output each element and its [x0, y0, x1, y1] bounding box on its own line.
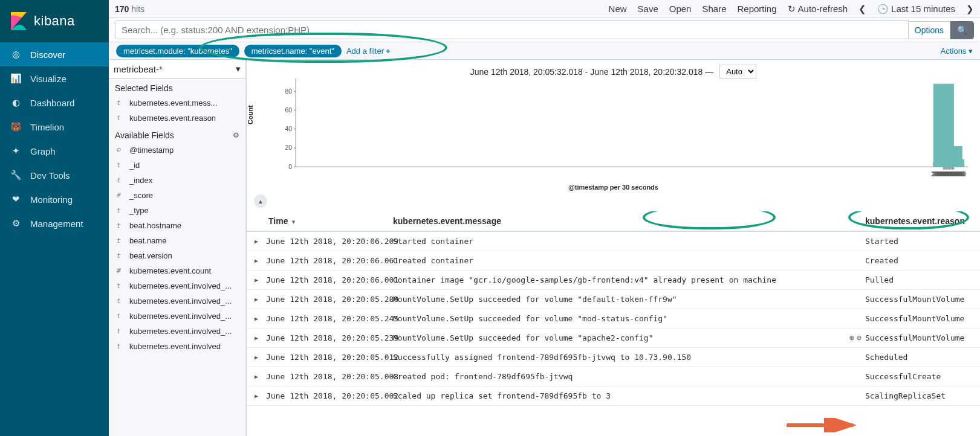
cell-reason: Started: [865, 237, 980, 246]
table-row[interactable]: ▶June 12th 2018, 20:20:05.012Successfull…: [247, 348, 980, 367]
svg-text:20: 20: [285, 144, 292, 151]
time-prev-button[interactable]: ❮: [858, 4, 866, 14]
open-button[interactable]: Open: [669, 4, 692, 14]
barchart-icon: 📊: [10, 72, 22, 85]
cell-message: Created container: [393, 256, 865, 265]
cell-message: MountVolume.SetUp succeeded for volume "…: [393, 333, 849, 342]
table-row[interactable]: ▶June 12th 2018, 20:20:05.239MountVolume…: [247, 329, 980, 348]
sidebar-item-management[interactable]: ⚙Management: [0, 211, 109, 236]
col-header-reason[interactable]: kubernetes.event.reason: [865, 216, 980, 226]
field-type-icon: t: [116, 282, 125, 290]
expand-row-button[interactable]: ▶: [247, 315, 266, 322]
index-pattern-select[interactable]: metricbeat-* ▾: [109, 60, 245, 79]
expand-row-button[interactable]: ▶: [247, 393, 266, 399]
field-item[interactable]: #_score: [109, 188, 245, 203]
field-item[interactable]: tkubernetes.event.involved_...: [109, 309, 245, 324]
reporting-button[interactable]: Reporting: [738, 4, 777, 14]
sidebar-item-visualize[interactable]: 📊Visualize: [0, 66, 109, 91]
new-button[interactable]: New: [609, 4, 627, 14]
field-item[interactable]: ©@timestamp: [109, 143, 245, 158]
expand-row-button[interactable]: ▶: [247, 335, 266, 341]
search-button[interactable]: 🔍: [950, 21, 974, 39]
sidebar-item-discover[interactable]: ◎Discover: [0, 42, 109, 66]
brand[interactable]: kibana: [0, 0, 109, 42]
table-row[interactable]: ▶June 12th 2018, 20:20:06.209Started con…: [247, 232, 980, 251]
gear-icon[interactable]: ⚙: [233, 131, 239, 139]
expand-row-button[interactable]: ▶: [247, 296, 266, 303]
expand-row-button[interactable]: ▶: [247, 277, 266, 283]
table-row[interactable]: ▶June 12th 2018, 20:20:05.245MountVolume…: [247, 309, 980, 329]
cell-time: June 12th 2018, 20:20:05.280: [266, 295, 393, 304]
nav-label: Management: [30, 219, 83, 229]
svg-rect-51: [944, 159, 964, 167]
field-item[interactable]: tkubernetes.event.involved_...: [109, 293, 245, 309]
expand-row-button[interactable]: ▶: [247, 257, 266, 264]
field-item[interactable]: tbeat.hostname: [109, 218, 245, 233]
zoom-out-icon[interactable]: ⊖: [857, 333, 862, 342]
cell-reason: SuccessfulCreate: [865, 372, 980, 381]
search-input[interactable]: [115, 21, 909, 39]
histogram-chart[interactable]: Count 02040608020:06:0020:07:0020:08:002…: [247, 79, 980, 187]
sidebar-item-dev-tools[interactable]: 🔧Dev Tools: [0, 163, 109, 187]
field-type-icon: t: [116, 161, 125, 169]
sidebar-item-timelion[interactable]: 🐻Timelion: [0, 115, 109, 139]
col-header-message[interactable]: kubernetes.event.message: [393, 216, 865, 226]
field-type-icon: t: [116, 237, 125, 245]
field-name: kubernetes.event.involved_...: [129, 327, 232, 336]
table-row[interactable]: ▶June 12th 2018, 20:20:06.001Container i…: [247, 271, 980, 290]
row-actions[interactable]: ⊕ ⊖: [849, 333, 862, 342]
sidebar-item-dashboard[interactable]: ◐Dashboard: [0, 91, 109, 115]
compass-icon: ◎: [10, 48, 22, 60]
filter-pill[interactable]: metricset.name: "event": [244, 45, 342, 57]
nav-label: Monitoring: [30, 194, 73, 205]
table-row[interactable]: ▶June 12th 2018, 20:20:05.280MountVolume…: [247, 290, 980, 309]
kibana-logo-icon: [10, 11, 28, 31]
add-filter-button[interactable]: Add a filter +: [346, 46, 391, 56]
field-item[interactable]: t_index: [109, 173, 245, 188]
zoom-in-icon[interactable]: ⊕: [849, 333, 854, 342]
field-item[interactable]: tkubernetes.event.involved_...: [109, 324, 245, 339]
index-pattern-label: metricbeat-*: [114, 64, 163, 74]
field-name: kubernetes.event.involved_...: [129, 281, 232, 290]
field-item[interactable]: tkubernetes.event.involved: [109, 339, 245, 354]
clock-icon: 🕒: [877, 4, 889, 14]
cell-time: June 12th 2018, 20:20:05.245: [266, 314, 393, 323]
sidebar-item-graph[interactable]: ✦Graph: [0, 139, 109, 163]
time-next-button[interactable]: ❯: [966, 4, 974, 14]
table-row[interactable]: ▶June 12th 2018, 20:20:05.002Scaled up r…: [247, 386, 980, 406]
options-button[interactable]: Options: [909, 21, 950, 39]
save-button[interactable]: Save: [638, 4, 658, 14]
cell-message: MountVolume.SetUp succeeded for volume "…: [393, 295, 865, 304]
field-item[interactable]: tkubernetes.event.involved_...: [109, 278, 245, 293]
autorefresh-button[interactable]: ↻ Auto-refresh: [788, 4, 848, 14]
collapse-histogram-button[interactable]: ▲: [254, 194, 267, 208]
field-item[interactable]: tbeat.version: [109, 248, 245, 263]
actions-dropdown[interactable]: Actions ▾: [941, 46, 973, 56]
field-name: kubernetes.event.involved_...: [129, 312, 232, 321]
time-picker[interactable]: 🕒 Last 15 minutes: [877, 4, 955, 14]
field-name: beat.name: [129, 236, 166, 245]
field-item[interactable]: t_id: [109, 158, 245, 173]
sidebar-item-monitoring[interactable]: ❤Monitoring: [0, 187, 109, 211]
interval-select[interactable]: Auto: [719, 65, 756, 79]
nav-label: Dev Tools: [30, 170, 70, 181]
table-row[interactable]: ▶June 12th 2018, 20:20:05.008Created pod…: [247, 367, 980, 386]
fields-panel: metricbeat-* ▾ Selected Fields tkubernet…: [109, 60, 247, 436]
col-header-time[interactable]: Time▼: [266, 216, 393, 226]
share-button[interactable]: Share: [702, 4, 726, 14]
expand-row-button[interactable]: ▶: [247, 354, 266, 361]
field-item[interactable]: tkubernetes.event.reason: [109, 111, 245, 126]
field-item[interactable]: tkubernetes.event.mess...: [109, 95, 245, 111]
brand-text: kibana: [34, 13, 75, 29]
cell-time: June 12th 2018, 20:20:05.239: [266, 333, 393, 342]
table-row[interactable]: ▶June 12th 2018, 20:20:06.061Created con…: [247, 251, 980, 271]
expand-row-button[interactable]: ▶: [247, 373, 266, 380]
expand-row-button[interactable]: ▶: [247, 238, 266, 245]
field-item[interactable]: t_type: [109, 203, 245, 218]
field-item[interactable]: #kubernetes.event.count: [109, 263, 245, 278]
annotation-arrow: [787, 418, 859, 432]
filter-pill[interactable]: metricset.module: "kubernetes": [116, 45, 239, 57]
gear-icon: ⚙: [10, 217, 22, 229]
field-item[interactable]: tbeat.name: [109, 233, 245, 248]
cell-message: Successfully assigned frontend-789df695f…: [393, 353, 865, 362]
